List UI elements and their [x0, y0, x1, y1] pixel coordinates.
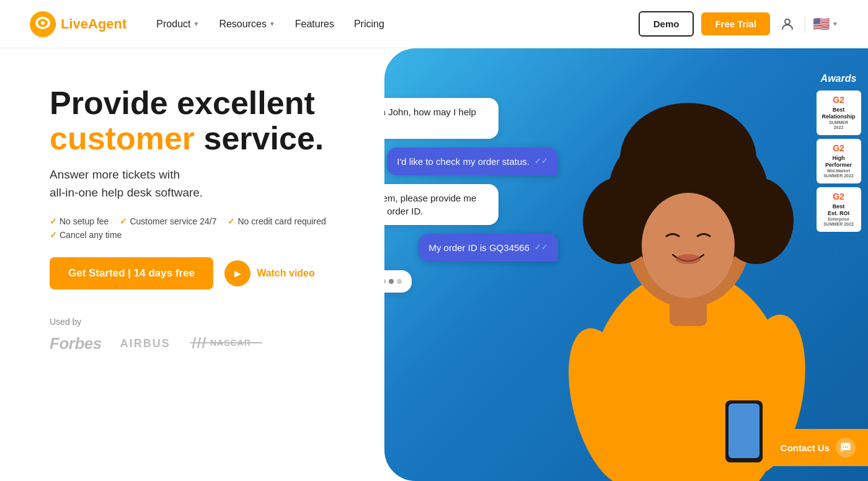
svg-point-17 — [642, 193, 735, 298]
hero-subtitle: Answer more tickets with all-in-one help… — [50, 166, 404, 201]
hero-right-panel: Hello, I'm John, how may I help you? I'd… — [384, 48, 868, 481]
check-icon-2: ✓ — [120, 216, 127, 226]
svg-point-32 — [843, 446, 844, 448]
navbar: LiveAgent Product ▼ Resources ▼ Features… — [0, 0, 868, 48]
chat-bubble-4: My order ID is GQ34566 ✓✓ — [418, 234, 558, 262]
svg-point-33 — [845, 446, 846, 448]
nav-divider — [805, 15, 805, 33]
language-selector[interactable]: 🇺🇸 ▼ — [813, 16, 838, 32]
demo-button[interactable]: Demo — [639, 11, 694, 37]
product-chevron-icon: ▼ — [193, 20, 200, 27]
check-no-setup: ✓ No setup fee — [50, 216, 108, 226]
brand-logos: Forbes AIRBUS NASCAR — [50, 334, 404, 353]
feature-checklist: ✓ No setup fee ✓ Customer service 24/7 ✓… — [50, 216, 404, 240]
used-by-section: Used by Forbes AIRBUS NASCAR — [50, 317, 404, 353]
nascar-svg-icon: NASCAR — [189, 336, 264, 350]
cta-row: Get Started | 14 days free ▶ Watch video — [50, 257, 404, 289]
award-season-2: Mid-MarketSUMMER 2022 — [823, 169, 854, 179]
get-started-button[interactable]: Get Started | 14 days free — [50, 257, 213, 289]
logo[interactable]: LiveAgent — [30, 11, 126, 37]
watch-video-button[interactable]: ▶ Watch video — [224, 260, 315, 286]
resources-chevron-icon: ▼ — [269, 20, 275, 27]
check-icon-4: ✓ — [50, 230, 57, 240]
free-trial-button[interactable]: Free Trial — [701, 12, 770, 35]
award-badge-1: G2 BestRelationship SUMMER2022 — [817, 90, 861, 135]
g2-logo-3: G2 — [833, 192, 844, 202]
hero-title: Provide excellent customer service. — [50, 86, 404, 156]
play-icon: ▶ — [224, 260, 250, 286]
contact-us-label: Contact Us — [781, 443, 830, 453]
svg-point-18 — [676, 254, 701, 264]
award-season-3: EnterpriseSUMMER 2022 — [823, 217, 854, 227]
check-icon-3: ✓ — [228, 216, 235, 226]
award-type-1: BestRelationship — [822, 107, 855, 120]
user-account-icon[interactable] — [777, 14, 797, 34]
g2-logo-2: G2 — [833, 143, 844, 154]
contact-chat-icon — [836, 438, 856, 457]
check-no-credit-card: ✓ No credit card required — [228, 216, 326, 226]
used-by-label: Used by — [50, 317, 404, 327]
svg-point-34 — [847, 446, 848, 448]
svg-text:NASCAR: NASCAR — [210, 338, 251, 348]
hero-left: Provide excellent customer service. Answ… — [0, 48, 434, 481]
nascar-logo: NASCAR — [189, 336, 264, 352]
g2-logo-1: G2 — [833, 95, 844, 105]
award-badge-2: G2 HighPerformer Mid-MarketSUMMER 2022 — [817, 139, 861, 183]
logo-text: LiveAgent — [61, 16, 126, 32]
hero-image — [533, 72, 843, 481]
nav-resources[interactable]: Resources ▼ — [219, 19, 275, 30]
hero-section: Provide excellent customer service. Answ… — [0, 48, 868, 481]
watch-video-label: Watch video — [257, 268, 315, 279]
check-cancel-anytime: ✓ Cancel any time — [50, 230, 122, 240]
awards-title: Awards — [821, 73, 857, 84]
airbus-logo: AIRBUS — [120, 337, 170, 350]
check-icon-1: ✓ — [50, 216, 57, 226]
forbes-logo: Forbes — [50, 334, 102, 353]
nav-links: Product ▼ Resources ▼ Features Pricing — [156, 19, 638, 30]
award-type-2: HighPerformer — [825, 155, 852, 169]
svg-rect-22 — [728, 404, 760, 458]
lang-chevron-icon: ▼ — [832, 20, 838, 27]
nav-actions: Demo Free Trial 🇺🇸 ▼ — [639, 11, 838, 37]
svg-point-4 — [785, 19, 790, 24]
awards-panel: Awards G2 BestRelationship SUMMER2022 G2… — [809, 73, 868, 232]
flag-icon: 🇺🇸 — [813, 16, 830, 32]
nav-product[interactable]: Product ▼ — [156, 19, 199, 30]
nav-features[interactable]: Features — [295, 19, 334, 30]
check-customer-service: ✓ Customer service 24/7 — [120, 216, 216, 226]
svg-point-3 — [41, 21, 45, 25]
logo-icon — [30, 11, 56, 37]
award-season-1: SUMMER2022 — [829, 120, 848, 131]
read-receipt-icon-2: ✓✓ — [534, 242, 548, 253]
award-badge-3: G2 BestEst. ROI EnterpriseSUMMER 2022 — [817, 187, 861, 232]
award-type-3: BestEst. ROI — [828, 203, 849, 217]
read-receipt-icon: ✓✓ — [534, 156, 548, 167]
nav-pricing[interactable]: Pricing — [354, 19, 384, 30]
contact-us-button[interactable]: Contact Us — [768, 429, 868, 466]
